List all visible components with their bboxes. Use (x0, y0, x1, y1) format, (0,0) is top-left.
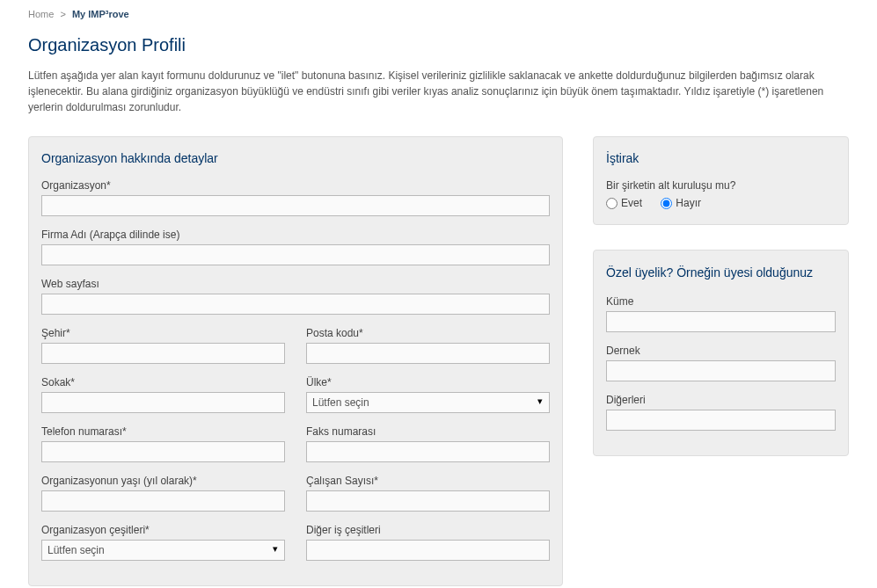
affil-no-text: Hayır (676, 197, 701, 209)
employees-label: Çalışan Sayısı* (306, 475, 550, 487)
street-label: Sokak* (41, 376, 285, 388)
website-input[interactable] (41, 294, 550, 315)
age-label: Organizasyonun yaşı (yıl olarak)* (41, 475, 285, 487)
affiliation-panel: İştirak Bir şirketin alt kuruluşu mu? Ev… (593, 136, 849, 225)
association-label: Dernek (606, 345, 836, 357)
postal-label: Posta kodu* (306, 327, 550, 339)
phone-input[interactable] (41, 441, 285, 462)
fax-label: Faks numarası (306, 425, 550, 438)
affil-yes-label[interactable]: Evet (606, 197, 642, 209)
association-input[interactable] (606, 360, 836, 381)
affil-no-label[interactable]: Hayır (661, 197, 701, 209)
org-details-heading: Organizasyon hakkında detaylar (41, 151, 550, 165)
country-label: Ülke* (306, 376, 550, 388)
membership-panel: Özel üyelik? Örneğin üyesi olduğunuz Küm… (593, 250, 849, 457)
postal-input[interactable] (306, 343, 550, 364)
other-biz-label: Diğer iş çeşitleri (306, 524, 550, 536)
organization-label: Organizasyon* (41, 179, 550, 192)
city-label: Şehir* (41, 327, 285, 339)
company-ar-label: Firma Adı (Arapça dilinde ise) (41, 229, 550, 241)
others-input[interactable] (606, 410, 836, 431)
breadcrumb: Home > My IMP³rove (28, 9, 849, 19)
street-input[interactable] (41, 392, 285, 413)
others-label: Diğerleri (606, 394, 836, 406)
org-details-panel: Organizasyon hakkında detaylar Organizas… (28, 136, 563, 586)
affiliation-question: Bir şirketin alt kuruluşu mu? (606, 179, 836, 192)
phone-label: Telefon numarası* (41, 425, 285, 438)
cluster-input[interactable] (606, 311, 836, 332)
affil-yes-radio[interactable] (606, 198, 618, 209)
membership-heading: Özel üyelik? Örneğin üyesi olduğunuz (606, 265, 836, 282)
breadcrumb-home[interactable]: Home (28, 9, 54, 19)
orgtype-select[interactable]: Lütfen seçin (41, 540, 285, 561)
city-input[interactable] (41, 343, 285, 364)
company-ar-input[interactable] (41, 244, 550, 265)
breadcrumb-current: My IMP³rove (72, 9, 129, 19)
page-title: Organizasyon Profili (28, 35, 849, 55)
orgtype-label: Organizasyon çeşitleri* (41, 524, 285, 536)
fax-input[interactable] (306, 441, 550, 462)
organization-input[interactable] (41, 195, 550, 216)
employees-input[interactable] (306, 490, 550, 512)
affiliation-heading: İştirak (606, 151, 836, 165)
other-biz-input[interactable] (306, 540, 550, 561)
affil-yes-text: Evet (621, 197, 642, 209)
website-label: Web sayfası (41, 278, 550, 290)
age-input[interactable] (41, 490, 285, 512)
intro-text: Lütfen aşağıda yer alan kayıt formunu do… (28, 68, 849, 115)
affil-no-radio[interactable] (661, 198, 672, 209)
cluster-label: Küme (606, 295, 836, 308)
country-select[interactable]: Lütfen seçin (306, 392, 550, 413)
breadcrumb-sep: > (60, 9, 65, 19)
